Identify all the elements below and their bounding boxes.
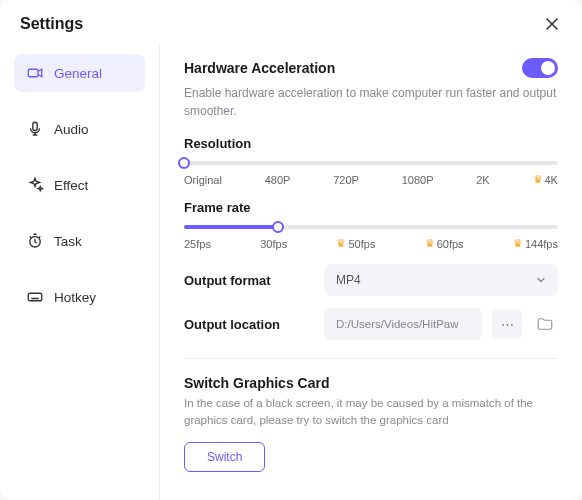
open-folder-button[interactable] [532,311,558,337]
sidebar-item-audio[interactable]: Audio [14,110,145,148]
resolution-tick: ♛4K [533,173,558,186]
clock-icon [26,232,44,250]
crown-icon: ♛ [533,173,543,186]
browse-button[interactable]: ⋯ [492,309,522,339]
close-button[interactable] [542,14,562,34]
resolution-ticks: Original 480P 720P 1080P 2K ♛4K [184,173,558,186]
sidebar-item-label: Hotkey [54,290,96,305]
crown-icon: ♛ [513,237,523,250]
camera-icon [26,64,44,82]
hardware-accel-header: Hardware Acceleration [184,58,558,78]
crown-icon: ♛ [425,237,435,250]
output-location-input[interactable]: D:/Users/Videos/HitPaw [324,308,482,340]
frame-rate-tick: 30fps [260,237,287,250]
resolution-tick: 720P [333,173,359,186]
resolution-tick: Original [184,173,222,186]
frame-rate-tick: 25fps [184,237,211,250]
keyboard-icon [26,288,44,306]
resolution-title: Resolution [184,136,558,151]
sidebar-item-label: Effect [54,178,88,193]
sidebar-item-label: Audio [54,122,89,137]
sidebar-item-general[interactable]: General [14,54,145,92]
crown-icon: ♛ [336,237,346,250]
sidebar-item-label: Task [54,234,82,249]
divider [184,358,558,359]
frame-rate-title: Frame rate [184,200,558,215]
svg-rect-1 [33,122,38,130]
frame-rate-tick: ♛60fps [425,237,464,250]
graphics-card-description: In the case of a black screen, it may be… [184,395,558,430]
chevron-down-icon [536,275,546,285]
hardware-accel-toggle[interactable] [522,58,558,78]
frame-rate-ticks: 25fps 30fps ♛50fps ♛60fps ♛144fps [184,237,558,250]
ellipsis-icon: ⋯ [501,317,514,332]
resolution-slider[interactable]: Original 480P 720P 1080P 2K ♛4K [184,161,558,186]
main-panel: Hardware Acceleration Enable hardware ac… [160,44,582,500]
frame-rate-slider[interactable]: 25fps 30fps ♛50fps ♛60fps ♛144fps [184,225,558,250]
output-format-label: Output format [184,273,314,288]
svg-rect-0 [28,69,38,77]
window-title: Settings [20,15,83,33]
sidebar-item-task[interactable]: Task [14,222,145,260]
hardware-accel-title: Hardware Acceleration [184,60,335,76]
frame-rate-tick: ♛144fps [513,237,558,250]
sidebar-item-hotkey[interactable]: Hotkey [14,278,145,316]
output-format-select[interactable]: MP4 [324,264,558,296]
resolution-tick: 480P [265,173,291,186]
output-format-value: MP4 [336,273,361,287]
output-location-row: Output location D:/Users/Videos/HitPaw ⋯ [184,308,558,340]
sidebar-item-label: General [54,66,102,81]
switch-graphics-button[interactable]: Switch [184,442,265,472]
resolution-tick: 1080P [402,173,434,186]
sidebar-item-effect[interactable]: Effect [14,166,145,204]
body: General Audio Effect Task [0,44,582,500]
hardware-accel-description: Enable hardware acceleration to make com… [184,84,558,120]
microphone-icon [26,120,44,138]
resolution-tick: 2K [476,173,489,186]
output-location-value: D:/Users/Videos/HitPaw [336,318,459,330]
folder-icon [536,315,554,333]
frame-rate-tick: ♛50fps [336,237,375,250]
sidebar: General Audio Effect Task [0,44,160,500]
title-bar: Settings [0,0,582,44]
sparkle-icon [26,176,44,194]
output-format-row: Output format MP4 [184,264,558,296]
settings-window: Settings General Audio [0,0,582,500]
svg-rect-3 [28,293,42,301]
output-location-label: Output location [184,317,314,332]
graphics-card-title: Switch Graphics Card [184,375,558,391]
close-icon [545,17,559,31]
